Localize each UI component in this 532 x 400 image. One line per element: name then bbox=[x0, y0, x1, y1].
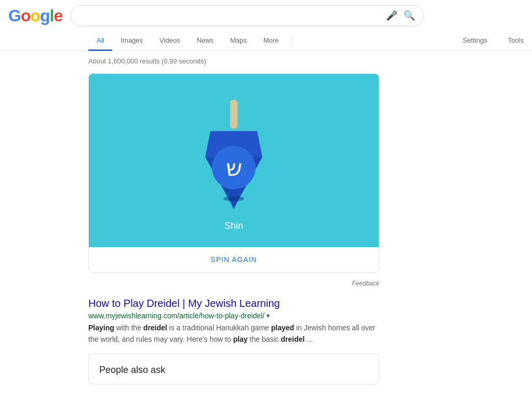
people-also-ask: People also ask bbox=[88, 354, 379, 384]
results-count: About 1,600,000 results (0.99 seconds) bbox=[88, 57, 379, 65]
google-logo[interactable]: Google bbox=[8, 6, 62, 25]
dreidel-display: ש Shin bbox=[89, 74, 379, 247]
logo-letter-o2: o bbox=[30, 6, 40, 25]
tab-tools[interactable]: Tools bbox=[500, 31, 532, 51]
logo-letter-e: e bbox=[54, 6, 62, 25]
svg-point-6 bbox=[223, 196, 244, 201]
main-content: About 1,600,000 results (0.99 seconds) bbox=[0, 51, 468, 391]
tab-videos[interactable]: Videos bbox=[151, 31, 189, 51]
tab-settings[interactable]: Settings bbox=[455, 31, 500, 51]
logo-letter-g: G bbox=[8, 6, 21, 25]
svg-rect-0 bbox=[230, 100, 237, 128]
microphone-icon[interactable]: 🎤 bbox=[386, 10, 397, 21]
search-bar-icons: 🎤 🔍 bbox=[386, 10, 415, 21]
nav-divider bbox=[291, 36, 292, 46]
tab-more[interactable]: More bbox=[255, 31, 287, 51]
spin-again-button[interactable]: SPIN AGAIN bbox=[210, 255, 257, 264]
nav-tabs: All Images Videos News Maps More Setting… bbox=[0, 31, 532, 50]
dreidel-face-label: Shin bbox=[224, 221, 243, 231]
feedback-row: Feedback bbox=[88, 277, 379, 291]
result-snippet: Playing with the dreidel is a traditiona… bbox=[88, 322, 379, 345]
spin-again-bar[interactable]: SPIN AGAIN bbox=[89, 247, 379, 272]
result-url: www.myjewishlearning.com/article/how-to-… bbox=[88, 312, 264, 320]
paa-title: People also ask bbox=[99, 365, 368, 376]
svg-text:ש: ש bbox=[226, 156, 242, 181]
logo-letter-o1: o bbox=[21, 6, 31, 25]
search-result: How to Play Dreidel | My Jewish Learning… bbox=[88, 298, 379, 345]
header: Google play dreidel 🎤 🔍 All Images Video… bbox=[0, 0, 532, 51]
tab-news[interactable]: News bbox=[189, 31, 222, 51]
search-input[interactable]: play dreidel bbox=[79, 11, 386, 20]
search-bar: play dreidel 🎤 🔍 bbox=[71, 5, 424, 26]
dreidel-container: ש Shin bbox=[182, 95, 286, 231]
tab-maps[interactable]: Maps bbox=[222, 31, 255, 51]
result-url-dropdown-icon[interactable]: ▾ bbox=[267, 312, 270, 319]
dreidel-svg: ש bbox=[182, 95, 286, 214]
header-top: Google play dreidel 🎤 🔍 bbox=[0, 5, 532, 31]
dreidel-widget: ש Shin SPIN AGAIN bbox=[88, 73, 379, 273]
logo-letter-g2: g bbox=[40, 6, 50, 25]
tab-images[interactable]: Images bbox=[112, 31, 151, 51]
tab-all[interactable]: All bbox=[88, 31, 112, 51]
search-icon[interactable]: 🔍 bbox=[404, 10, 415, 21]
feedback-link[interactable]: Feedback bbox=[352, 280, 379, 287]
result-url-row: www.myjewishlearning.com/article/how-to-… bbox=[88, 312, 379, 320]
result-title-link[interactable]: How to Play Dreidel | My Jewish Learning bbox=[88, 298, 379, 309]
